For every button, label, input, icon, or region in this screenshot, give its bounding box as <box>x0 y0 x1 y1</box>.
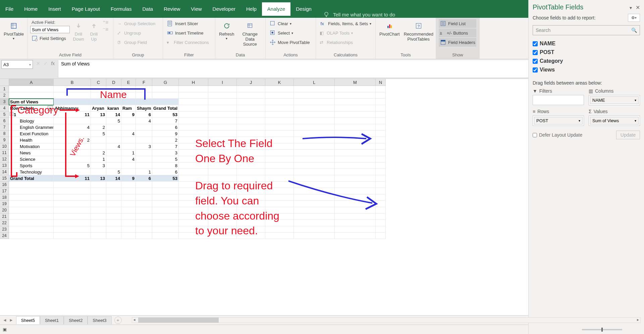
cell-H17[interactable] <box>179 188 208 194</box>
cell-H3[interactable] <box>179 99 208 105</box>
cell-M14[interactable] <box>335 169 376 175</box>
cell-D9[interactable] <box>106 137 121 143</box>
cell-A12[interactable]: Science <box>9 156 54 162</box>
cell-K18[interactable] <box>265 194 294 201</box>
cell-I14[interactable] <box>208 169 237 175</box>
collapse-row-button[interactable]: − <box>10 112 13 116</box>
cell-D2[interactable] <box>106 92 121 99</box>
cell-C3[interactable] <box>91 99 106 105</box>
cell-J20[interactable] <box>237 207 265 213</box>
cell-H24[interactable] <box>179 233 208 239</box>
cell-C17[interactable] <box>91 188 106 194</box>
cell-D23[interactable] <box>106 226 121 233</box>
cell-F8[interactable] <box>136 131 152 137</box>
field-item-name[interactable]: NAME <box>533 39 640 48</box>
cell-B3[interactable] <box>54 99 91 105</box>
cell-E4[interactable]: Ram <box>121 105 136 111</box>
tab-file[interactable]: File <box>0 2 19 16</box>
cell-M12[interactable] <box>335 156 376 162</box>
cell-I1[interactable] <box>208 86 237 92</box>
rows-drop-area[interactable]: POST▾ <box>533 115 584 126</box>
cell-E21[interactable] <box>121 213 136 220</box>
cell-G6[interactable]: 7 <box>152 118 179 124</box>
horizontal-scroll-thumb[interactable] <box>138 318 219 323</box>
cell-L12[interactable] <box>294 156 335 162</box>
cell-K14[interactable] <box>265 169 294 175</box>
cell-M17[interactable] <box>335 188 376 194</box>
cell-E7[interactable] <box>121 124 136 131</box>
cell-E9[interactable] <box>121 137 136 143</box>
cell-B21[interactable] <box>54 213 91 220</box>
cell-M8[interactable] <box>335 131 376 137</box>
cell-H23[interactable] <box>179 226 208 233</box>
cell-A9[interactable]: Health <box>9 137 54 143</box>
cell-N20[interactable] <box>376 207 386 213</box>
cell-B17[interactable] <box>54 188 91 194</box>
cell-D14[interactable]: 5 <box>106 169 121 175</box>
cell-G2[interactable] <box>152 92 179 99</box>
row-header-2[interactable]: 2 <box>0 92 9 99</box>
cell-A5[interactable]: 1 <box>9 111 54 118</box>
cell-G23[interactable] <box>152 226 179 233</box>
columns-drop-area[interactable]: NAME▾ <box>589 95 640 105</box>
cell-G24[interactable] <box>152 233 179 239</box>
defer-layout-checkbox[interactable]: Defer Layout Update <box>533 132 582 138</box>
cell-G14[interactable]: 6 <box>152 169 179 175</box>
cell-L8[interactable] <box>294 131 335 137</box>
cell-B22[interactable] <box>54 220 91 226</box>
cell-K19[interactable] <box>265 201 294 207</box>
cell-I24[interactable] <box>208 233 237 239</box>
cell-L5[interactable] <box>294 111 335 118</box>
field-checkbox[interactable] <box>533 50 538 55</box>
cell-L18[interactable] <box>294 194 335 201</box>
cell-A23[interactable] <box>9 226 54 233</box>
cell-C21[interactable] <box>91 213 106 220</box>
cell-I13[interactable] <box>208 162 237 169</box>
filters-drop-area[interactable] <box>533 95 584 105</box>
sheet-tab-sheet5[interactable]: Sheet5 <box>16 316 40 324</box>
cell-I10[interactable] <box>208 143 237 150</box>
cell-I19[interactable] <box>208 201 237 207</box>
row-header-16[interactable]: 16 <box>0 182 9 188</box>
cell-H19[interactable] <box>179 201 208 207</box>
cell-J2[interactable] <box>237 92 265 99</box>
column-header-H[interactable]: H <box>179 79 208 86</box>
cell-E12[interactable]: 4 <box>121 156 136 162</box>
cell-N24[interactable] <box>376 233 386 239</box>
cell-F23[interactable] <box>136 226 152 233</box>
cell-A17[interactable] <box>9 188 54 194</box>
cell-L15[interactable] <box>294 175 335 182</box>
cell-B5[interactable]: 11 <box>54 111 91 118</box>
cell-D11[interactable] <box>106 150 121 156</box>
cell-M2[interactable] <box>335 92 376 99</box>
tab-formulas[interactable]: Formulas <box>105 2 137 16</box>
column-header-C[interactable]: C <box>91 79 106 86</box>
cell-J23[interactable] <box>237 226 265 233</box>
select-all-corner[interactable] <box>0 79 9 86</box>
cell-K22[interactable] <box>265 220 294 226</box>
insert-timeline-button[interactable]: Insert Timeline <box>166 29 210 37</box>
cell-H12[interactable] <box>179 156 208 162</box>
cell-G9[interactable]: 2 <box>152 137 179 143</box>
cell-A6[interactable]: Biology <box>9 118 54 124</box>
cell-B16[interactable] <box>54 182 91 188</box>
cell-F5[interactable]: 6 <box>136 111 152 118</box>
cell-C19[interactable] <box>91 201 106 207</box>
cell-A10[interactable]: Motivation <box>9 143 54 150</box>
cell-D13[interactable] <box>106 162 121 169</box>
cell-I5[interactable] <box>208 111 237 118</box>
cell-D21[interactable] <box>106 213 121 220</box>
cell-C20[interactable] <box>91 207 106 213</box>
row-header-6[interactable]: 6 <box>0 118 9 124</box>
cell-K24[interactable] <box>265 233 294 239</box>
cell-D10[interactable]: 4 <box>106 143 121 150</box>
cell-L9[interactable] <box>294 137 335 143</box>
row-header-14[interactable]: 14 <box>0 169 9 175</box>
cell-L21[interactable] <box>294 213 335 220</box>
cell-J9[interactable] <box>237 137 265 143</box>
cell-J14[interactable] <box>237 169 265 175</box>
row-header-23[interactable]: 23 <box>0 226 9 233</box>
cell-N14[interactable] <box>376 169 386 175</box>
cell-E23[interactable] <box>121 226 136 233</box>
cell-C9[interactable] <box>91 137 106 143</box>
